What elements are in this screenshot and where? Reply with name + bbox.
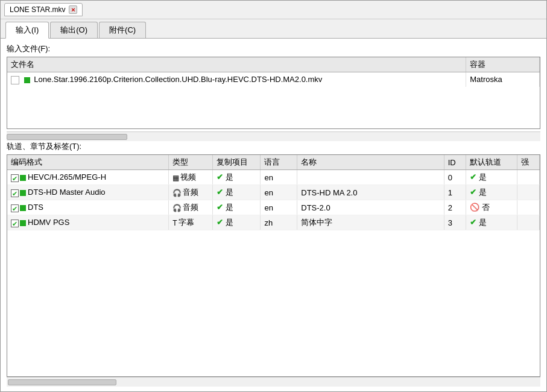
audio-icon: 🎧: [172, 189, 182, 197]
input-file-section: 输入文件(F): 文件名 容器 Lon: [7, 43, 540, 141]
tabs-row: 输入(I) 输出(O) 附件(C): [1, 19, 546, 39]
track-name: 简体中字: [297, 215, 444, 230]
track-codec: ✔HEVC/H.265/MPEG-H: [7, 170, 169, 185]
track-id: 2: [444, 200, 466, 215]
check-icon: ✔: [470, 218, 476, 227]
file-row[interactable]: Lone.Star.1996.2160p.Criterion.Collectio…: [7, 72, 540, 87]
tracks-table-wrapper: 编码格式 类型 复制项目 语言 名称 ID 默认轨道 强 ✔HEVC/H.265…: [7, 154, 540, 377]
check-icon: ✔: [217, 188, 223, 197]
track-checkbox[interactable]: ✔: [11, 220, 19, 227]
track-checkbox[interactable]: ✔: [11, 174, 19, 182]
th-forced: 强: [517, 155, 540, 170]
track-row[interactable]: ✔DTS-HD Master Audio🎧音频✔ 是enDTS-HD MA 2.…: [7, 185, 540, 200]
track-forced: [517, 185, 540, 200]
th-default: 默认轨道: [466, 155, 517, 170]
check-icon: ✔: [217, 218, 223, 227]
track-color-indicator: [20, 205, 26, 211]
track-row[interactable]: ✔DTS🎧音频✔ 是enDTS-2.02🚫 否: [7, 200, 540, 215]
track-row[interactable]: ✔HEVC/H.265/MPEG-H▦视频✔ 是en0✔ 是: [7, 170, 540, 185]
track-lang: en: [261, 200, 297, 215]
col-container: 容器: [466, 57, 540, 72]
track-id: 0: [444, 170, 466, 185]
track-forced: [517, 170, 540, 185]
input-file-label: 输入文件(F):: [7, 43, 540, 54]
track-type: T字幕: [169, 215, 213, 230]
track-name: [297, 170, 444, 185]
track-name: DTS-HD MA 2.0: [297, 185, 444, 200]
col-filename: 文件名: [7, 57, 466, 72]
tracks-table: 编码格式 类型 复制项目 语言 名称 ID 默认轨道 强 ✔HEVC/H.265…: [7, 155, 540, 230]
tracks-scrollbar[interactable]: [7, 377, 540, 387]
file-table-wrapper: 文件名 容器 Lone.Star.1996.2160p.Criterion.Co…: [7, 57, 540, 129]
track-lang: en: [261, 185, 297, 200]
th-codec: 编码格式: [7, 155, 169, 170]
tab-output[interactable]: 输出(O): [50, 22, 98, 38]
track-default: ✔ 是: [466, 215, 517, 230]
track-type: ▦视频: [169, 170, 213, 185]
audio-icon: 🎧: [172, 204, 182, 212]
file-row-container: Matroska: [466, 72, 540, 87]
track-default: ✔ 是: [466, 170, 517, 185]
track-default: ✔ 是: [466, 185, 517, 200]
track-codec: ✔HDMV PGS: [7, 215, 169, 230]
track-copy: ✔ 是: [213, 215, 261, 230]
track-codec-label: HEVC/H.265/MPEG-H: [28, 172, 106, 182]
track-color-indicator: [20, 190, 26, 196]
th-lang: 语言: [261, 155, 297, 170]
track-type-label: 音频: [183, 188, 198, 197]
track-type-label: 视频: [180, 172, 196, 182]
track-checkbox[interactable]: ✔: [11, 189, 19, 197]
track-codec-label: DTS-HD Master Audio: [28, 188, 106, 197]
track-lang: en: [261, 170, 297, 185]
track-codec: ✔DTS-HD Master Audio: [7, 185, 169, 200]
track-copy: ✔ 是: [213, 170, 261, 185]
title-bar: LONE STAR.mkv ×: [1, 1, 546, 19]
tracks-scroll-thumb[interactable]: [8, 379, 116, 385]
tab-attachments[interactable]: 附件(C): [99, 22, 146, 38]
track-color-indicator: [20, 175, 26, 181]
th-copy: 复制项目: [213, 155, 261, 170]
track-name: DTS-2.0: [297, 200, 444, 215]
check-icon: ✔: [470, 172, 476, 182]
track-default: 🚫 否: [466, 200, 517, 215]
track-codec: ✔DTS: [7, 200, 169, 215]
title-tab-close[interactable]: ×: [69, 5, 77, 14]
track-type: 🎧音频: [169, 185, 213, 200]
th-name: 名称: [297, 155, 444, 170]
th-id: ID: [444, 155, 466, 170]
video-icon: ▦: [172, 174, 179, 182]
subtitle-icon: T: [172, 219, 177, 227]
file-doc-icon: [11, 76, 19, 84]
track-id: 1: [444, 185, 466, 200]
no-icon: 🚫: [470, 203, 479, 212]
tracks-section: 轨道、章节及标签(T): 编码格式 类型 复制项目 语言 名称 ID 默认轨道 …: [7, 141, 540, 387]
th-type: 类型: [169, 155, 213, 170]
file-table-scroll-thumb[interactable]: [7, 134, 127, 140]
file-table-scrollbar[interactable]: [7, 131, 540, 141]
title-tab[interactable]: LONE STAR.mkv ×: [4, 3, 83, 16]
track-type: 🎧音频: [169, 200, 213, 215]
title-tab-label: LONE STAR.mkv: [10, 5, 65, 14]
check-icon: ✔: [217, 172, 223, 182]
track-checkbox[interactable]: ✔: [11, 204, 19, 212]
track-copy: ✔ 是: [213, 200, 261, 215]
check-icon: ✔: [470, 188, 476, 197]
track-forced: [517, 215, 540, 230]
file-table: 文件名 容器 Lone.Star.1996.2160p.Criterion.Co…: [7, 57, 540, 87]
tracks-label: 轨道、章节及标签(T):: [7, 141, 540, 152]
track-row[interactable]: ✔HDMV PGST字幕✔ 是zh简体中字3✔ 是: [7, 215, 540, 230]
tab-input[interactable]: 输入(I): [5, 22, 49, 39]
track-id: 3: [444, 215, 466, 230]
file-status-indicator: [24, 77, 30, 83]
main-window: LONE STAR.mkv × 输入(I) 输出(O) 附件(C) 输入文件(F…: [0, 0, 547, 392]
track-forced: [517, 200, 540, 215]
track-codec-label: DTS: [28, 203, 43, 212]
file-row-filename: Lone.Star.1996.2160p.Criterion.Collectio…: [7, 72, 466, 87]
track-type-label: 字幕: [179, 218, 194, 227]
check-icon: ✔: [217, 203, 223, 212]
track-lang: zh: [261, 215, 297, 230]
content-area: 输入文件(F): 文件名 容器 Lon: [1, 39, 546, 391]
track-copy: ✔ 是: [213, 185, 261, 200]
track-type-label: 音频: [183, 203, 198, 212]
track-color-indicator: [20, 220, 26, 226]
